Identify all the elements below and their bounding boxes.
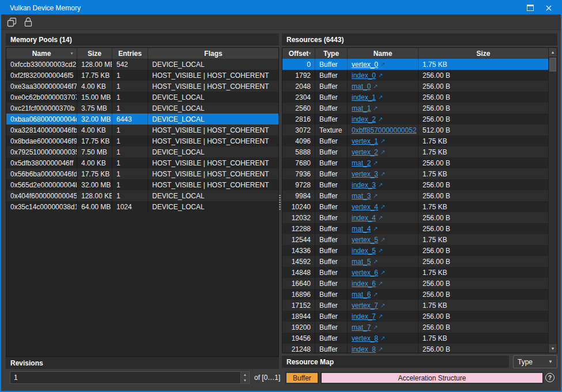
table-row[interactable]: 14336Bufferindex_5↗256.00 B [282, 245, 548, 256]
table-row[interactable]: 14592Buffermat_5↗256.00 B [282, 256, 548, 267]
table-row[interactable]: 0x565d2e000000004b32.00 MB1HOST_VISIBLE … [6, 179, 278, 190]
table-row[interactable]: 2560Buffermat_1↗256.00 B [282, 103, 548, 114]
spinner-up-icon[interactable]: ▲ [241, 372, 249, 378]
resource-link[interactable]: index_2 [352, 115, 376, 123]
table-row[interactable]: 0x5dfb3800000046ff4.00 KB1HOST_VISIBLE |… [6, 157, 278, 168]
table-row[interactable]: 19456Buffervertex_8↗1.75 KB [282, 333, 548, 344]
extract-view-icon[interactable] [6, 17, 17, 27]
memory-pools-header: Memory Pools (14) [6, 33, 279, 46]
lock-icon[interactable] [23, 17, 33, 27]
float-window-icon[interactable] [526, 4, 534, 12]
resource-link[interactable]: vertex_7 [352, 301, 378, 310]
resource-link[interactable]: index_7 [352, 312, 376, 321]
table-row[interactable]: 0xe3aa3000000046f74.00 KB1HOST_VISIBLE |… [6, 81, 278, 92]
resource-link[interactable]: mat_3 [352, 192, 371, 200]
column-header-flags[interactable]: Flags [148, 48, 278, 59]
column-header-type[interactable]: Type [315, 48, 348, 59]
resource-link[interactable]: mat_2 [352, 159, 371, 167]
resource-link[interactable]: index_1 [352, 93, 376, 101]
table-row[interactable]: 21248Bufferindex_8↗256.00 B [282, 344, 548, 353]
table-row[interactable]: 0x79251000000000357.50 MB1DEVICE_LOCAL [6, 146, 278, 157]
resource-link[interactable]: mat_1 [352, 104, 371, 112]
table-row[interactable]: 2816Bufferindex_2↗256.00 B [282, 114, 548, 125]
table-row[interactable]: 12288Buffermat_4↗256.00 B [282, 223, 548, 234]
resource-link[interactable]: index_0 [352, 71, 376, 80]
resource-link[interactable]: 0xbff8570000000052 [352, 126, 417, 134]
table-row[interactable]: 16640Bufferindex_6↗256.00 B [282, 278, 548, 289]
table-row[interactable]: 0xc21fcf000000370b3.75 MB1DEVICE_LOCAL [6, 103, 278, 114]
memory-pools-title: Memory Pools (14) [10, 36, 72, 44]
table-row[interactable]: 0xa3281400000046fb4.00 KB1HOST_VISIBLE |… [6, 125, 278, 135]
table-row[interactable]: 7936Buffervertex_3↗1.75 KB [282, 168, 548, 179]
table-row[interactable]: 19200Buffermat_7↗256.00 B [282, 322, 548, 333]
table-row[interactable]: 4096Buffervertex_1↗1.75 KB [282, 135, 548, 146]
resource-link[interactable]: vertex_8 [352, 334, 378, 342]
type-dropdown[interactable]: Type ▼ [513, 355, 557, 368]
column-header-resource-size[interactable]: Size [418, 48, 548, 59]
resource-link[interactable]: vertex_5 [352, 236, 378, 244]
table-row[interactable]: 17152Buffervertex_7↗1.75 KB [282, 300, 548, 311]
table-row[interactable]: 18944Bufferindex_7↗256.00 B [282, 311, 548, 322]
close-icon[interactable] [545, 4, 553, 12]
column-header-offset[interactable]: Offset▼ [282, 48, 315, 59]
resource-link[interactable]: mat_7 [352, 323, 371, 331]
resource-link[interactable]: index_8 [352, 345, 376, 353]
table-row[interactable]: 0xfccb330000003cd2128.00 MB542DEVICE_LOC… [6, 59, 278, 70]
resource-link[interactable]: vertex_3 [352, 170, 378, 178]
table-row[interactable]: 12032Bufferindex_4↗256.00 B [282, 212, 548, 223]
table-row[interactable]: 0x35c14c00000038d164.00 MB1024DEVICE_LOC… [6, 201, 278, 212]
revision-value[interactable]: 1 [10, 374, 240, 382]
scroll-down-icon[interactable]: ▼ [549, 344, 557, 353]
column-header-name[interactable]: Name▼ [6, 48, 77, 59]
table-row[interactable]: 16896Buffermat_6↗256.00 B [282, 289, 548, 300]
segment-acceleration-structure[interactable]: Acceleration Structure [320, 372, 544, 384]
resource-link[interactable]: index_5 [352, 247, 376, 255]
resource-link[interactable]: vertex_4 [352, 203, 378, 211]
resource-link[interactable]: vertex_2 [352, 148, 378, 156]
table-row[interactable]: 10240Buffervertex_4↗1.75 KB [282, 201, 548, 212]
goto-resource-arrow-icon: ↗ [373, 160, 378, 166]
resource-link[interactable]: vertex_0 [352, 61, 378, 69]
scrollbar-track[interactable] [549, 56, 557, 344]
help-icon[interactable]: ? [545, 373, 555, 382]
table-row[interactable]: 14848Buffervertex_6↗1.75 KB [282, 267, 548, 278]
segment-buffer[interactable]: Buffer [285, 372, 319, 384]
vertical-scrollbar[interactable]: ▲ ▼ [548, 48, 557, 353]
resource-link[interactable]: mat_4 [352, 225, 371, 233]
panel-splitter[interactable] [278, 47, 282, 357]
scrollbar-thumb[interactable] [549, 58, 556, 71]
table-row[interactable]: 9728Bufferindex_3↗256.00 B [282, 179, 548, 190]
table-row[interactable]: 5888Buffervertex_2↗1.75 KB [282, 146, 548, 157]
column-header-entries[interactable]: Entries [112, 48, 148, 59]
titlebar[interactable]: Vulkan Device Memory [1, 1, 561, 14]
resource-link[interactable]: index_6 [352, 280, 376, 288]
table-row[interactable]: 0xf2f83200000046f517.75 KB1HOST_VISIBLE … [6, 70, 278, 81]
table-row[interactable]: 12544Buffervertex_5↗1.75 KB [282, 234, 548, 245]
table-row[interactable]: 0xbaa068000000004d32.00 MB6443DEVICE_LOC… [6, 114, 278, 125]
resource-link[interactable]: index_3 [352, 181, 376, 189]
sort-indicator-icon: ▼ [308, 51, 312, 55]
table-row[interactable]: 0Buffervertex_0↗1.75 KB [282, 59, 548, 70]
table-row[interactable]: 0x56b6ba00000046fd17.75 KB1HOST_VISIBLE … [6, 168, 278, 179]
table-row[interactable]: 3072Texture0xbff8570000000052↗512.00 B [282, 125, 548, 135]
table-row[interactable]: 0x404f600000000045128.00 KB1DEVICE_LOCAL [6, 190, 278, 201]
resource-link[interactable]: index_4 [352, 214, 376, 222]
column-header-size[interactable]: Size [77, 48, 112, 59]
table-row[interactable]: 7680Buffermat_2↗256.00 B [282, 157, 548, 168]
resource-map-bar: BufferAcceleration Structure [285, 372, 544, 384]
scroll-up-icon[interactable]: ▲ [549, 48, 557, 56]
table-row[interactable]: 0x8bdae600000046f917.75 KB1HOST_VISIBLE … [6, 135, 278, 146]
table-row[interactable]: 2304Bufferindex_1↗256.00 B [282, 92, 548, 103]
table-row[interactable]: 1792Bufferindex_0↗256.00 B [282, 70, 548, 81]
table-row[interactable]: 0xe0c62b000000370715.00 MB1DEVICE_LOCAL [6, 92, 278, 103]
table-row[interactable]: 9984Buffermat_3↗256.00 B [282, 190, 548, 201]
resource-link[interactable]: vertex_6 [352, 269, 378, 277]
resource-link[interactable]: vertex_1 [352, 137, 378, 145]
table-row[interactable]: 2048Buffermat_0↗256.00 B [282, 81, 548, 92]
spinner-down-icon[interactable]: ▼ [241, 378, 249, 383]
resource-link[interactable]: mat_6 [352, 291, 371, 299]
column-header-resource-name[interactable]: Name [348, 48, 418, 59]
revision-spinner[interactable]: 1 ▲ ▼ [10, 371, 250, 384]
resource-link[interactable]: mat_5 [352, 258, 371, 266]
resource-link[interactable]: mat_0 [352, 82, 371, 91]
